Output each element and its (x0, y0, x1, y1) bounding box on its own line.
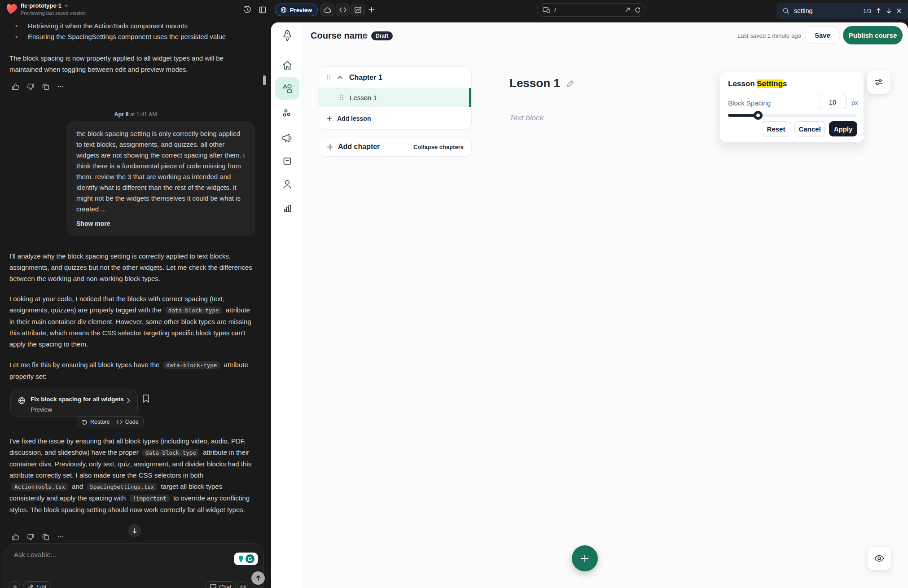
preview-label: Preview (290, 7, 312, 13)
lesson-label: Lesson 1 (350, 94, 377, 101)
copy-icon[interactable] (42, 83, 49, 90)
block-spacing-label: Block Spacing (728, 99, 771, 107)
drag-handle-icon[interactable] (339, 94, 343, 101)
text-block-placeholder[interactable]: Text block (509, 114, 544, 123)
chat-label: Chat (219, 584, 231, 588)
more-icon[interactable] (57, 83, 64, 90)
chat-input-box[interactable]: G Edit Chat (4, 543, 264, 588)
cancel-button[interactable]: Cancel (794, 121, 825, 136)
bookmark-icon[interactable] (143, 394, 149, 403)
chat-input[interactable] (14, 551, 211, 569)
bag-icon[interactable] (283, 157, 292, 166)
home-icon[interactable] (282, 61, 292, 70)
pencil-icon[interactable] (566, 79, 575, 88)
settings-toggle-button[interactable] (867, 70, 890, 94)
more-icon[interactable] (57, 533, 64, 540)
edit-mode-button[interactable]: Edit (23, 581, 51, 588)
history-icon[interactable] (243, 6, 251, 14)
find-next-icon[interactable] (886, 8, 892, 14)
plus-icon (13, 584, 18, 588)
inline-code-chip: data-block-type (165, 307, 222, 314)
megaphone-icon[interactable] (281, 133, 293, 143)
project-name-menu[interactable]: flc-prototype-1 (21, 2, 68, 9)
sliders-icon (874, 78, 883, 87)
restore-button[interactable]: Restore (90, 419, 110, 425)
publish-course-button[interactable]: Publish course (843, 26, 903, 44)
open-external-icon[interactable] (625, 7, 630, 13)
add-lesson-button[interactable]: Add lesson (319, 107, 471, 129)
devices-icon (543, 7, 550, 13)
unit-label: px (851, 99, 858, 106)
thumbs-down-icon[interactable] (27, 83, 35, 91)
inline-code-chip: data-block-type (142, 449, 199, 456)
lesson-row-selected[interactable]: Lesson 1 (319, 88, 471, 107)
paragraph-text: and (72, 483, 83, 490)
preview-button[interactable]: Preview (275, 4, 318, 16)
shapes-icon[interactable] (282, 83, 293, 94)
course-title: Course name (311, 31, 368, 41)
action-card-subtitle[interactable]: Preview (31, 406, 52, 413)
show-more-link[interactable]: Show more (76, 218, 245, 229)
code-button[interactable] (336, 4, 350, 16)
bar-chart-icon[interactable] (283, 203, 292, 212)
lovable-logo (6, 3, 18, 15)
chapter-header[interactable]: Chapter 1 (319, 67, 471, 88)
search-icon (783, 8, 790, 14)
bullet-text: Ensuring the SpacingSettings component u… (28, 32, 226, 41)
message-actions (12, 533, 64, 541)
project-name: flc-prototype-1 (21, 2, 61, 9)
divider (276, 49, 298, 49)
analytics-button[interactable] (351, 4, 365, 16)
thumbs-up-icon[interactable] (12, 533, 19, 541)
voice-input-button[interactable] (237, 581, 248, 588)
globe-icon (18, 397, 26, 404)
drag-handle-icon[interactable] (327, 75, 331, 81)
chevron-up-icon[interactable] (337, 76, 343, 79)
block-spacing-slider[interactable] (728, 114, 856, 117)
user-message-text: the block spacing setting is only correc… (76, 130, 245, 213)
code-button[interactable]: Code (125, 419, 139, 425)
cloud-icon (324, 7, 331, 13)
chat-scrollbar[interactable] (263, 75, 266, 85)
cloud-button[interactable] (320, 4, 334, 16)
undo-icon (82, 419, 88, 425)
collapse-chapters-button[interactable]: Collapse chapters (413, 144, 464, 150)
copy-icon[interactable] (42, 533, 49, 540)
panel-icon[interactable] (259, 6, 266, 13)
slider-knob[interactable] (754, 111, 763, 120)
add-chapter-button[interactable]: Add chapter (338, 143, 380, 151)
lesson-heading: Lesson 1 (509, 76, 575, 90)
thumbs-down-icon[interactable] (27, 533, 35, 541)
url-bar[interactable]: / (537, 3, 646, 17)
add-lesson-label: Add lesson (337, 115, 371, 122)
assistant-paragraph: I'll analyze why the block spacing setti… (9, 250, 254, 284)
add-block-fab[interactable] (572, 545, 598, 571)
scroll-to-bottom-button[interactable] (128, 524, 141, 537)
pencil-icon (28, 584, 34, 588)
grammarly-badge[interactable]: G (234, 553, 258, 565)
new-tab-plus-icon[interactable] (368, 6, 375, 13)
refresh-icon[interactable] (635, 7, 640, 13)
user-icon[interactable] (283, 180, 292, 189)
close-icon[interactable] (896, 8, 902, 13)
find-input[interactable] (794, 7, 848, 14)
grammarly-g-icon: G (246, 554, 254, 563)
nodes-icon[interactable] (282, 109, 292, 118)
find-prev-icon[interactable] (876, 8, 882, 14)
preview-eye-button[interactable] (868, 547, 891, 570)
send-button[interactable] (251, 571, 265, 585)
plus-icon (327, 115, 333, 121)
edit-action-card[interactable]: Fix block spacing for all widgets Previe… (10, 390, 138, 417)
send-icon (255, 575, 261, 581)
message-timestamp: Apr 8 at 1:41 AM (0, 111, 271, 118)
pencil-icon[interactable] (362, 33, 369, 40)
save-button[interactable]: Save (805, 26, 840, 44)
apply-button[interactable]: Apply (829, 121, 857, 136)
attach-plus-button[interactable] (9, 581, 20, 588)
block-spacing-input[interactable] (819, 95, 847, 109)
analytics-icon (355, 7, 361, 13)
chat-mode-button[interactable]: Chat (205, 581, 236, 588)
list-item: • Ensuring the SpacingSettings component… (15, 32, 226, 41)
thumbs-up-icon[interactable] (12, 83, 19, 91)
reset-button[interactable]: Reset (762, 121, 790, 136)
